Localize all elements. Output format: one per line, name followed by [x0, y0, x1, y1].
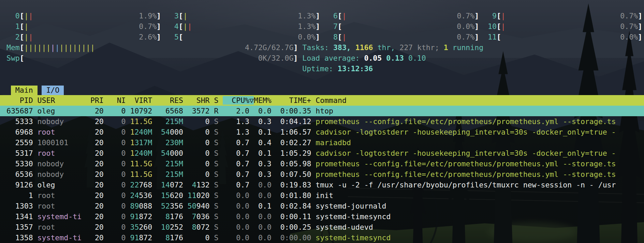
- cell-pid: 1357: [2, 223, 33, 231]
- header-cell-cpu[interactable]: CPU%▽: [223, 96, 254, 105]
- cell-pid: 5330: [2, 160, 33, 168]
- cell-pri: 20: [86, 128, 104, 136]
- cell-ni: 0: [108, 149, 126, 157]
- cell-res: 215M: [157, 170, 183, 179]
- cell-cpu: 0.7: [223, 149, 249, 157]
- tab-main[interactable]: Main: [11, 86, 38, 95]
- cell-res: 10252: [157, 223, 183, 231]
- cell-pri: 20: [86, 117, 104, 126]
- cell-s: S: [214, 170, 218, 179]
- cpu-meter-1: 1[| 0.7%]: [2, 22, 161, 31]
- cell-time: 0:00.00: [276, 233, 311, 242]
- cell-pri: 20: [86, 233, 104, 242]
- cell-s: S: [214, 191, 218, 200]
- cell-cpu: 2.0: [223, 107, 249, 115]
- process-row[interactable]: 2559 1000101 20 0 1317M 230M 0 S 0.7 0.4…: [0, 137, 644, 148]
- header-cell-shr[interactable]: SHR: [188, 96, 210, 105]
- tab-io[interactable]: I/O: [42, 86, 64, 95]
- cpu-meter-3: 3[| 1.3%]: [161, 12, 320, 20]
- header-cell-time[interactable]: TIME+: [276, 96, 311, 105]
- cell-pid: 1358: [2, 233, 33, 242]
- cell-ni: 0: [108, 191, 126, 200]
- cell-virt: 35260: [130, 223, 152, 231]
- cell-res: 6568: [157, 107, 183, 115]
- cell-pid: 1303: [2, 202, 33, 210]
- sort-arrow-icon: ▽: [249, 96, 254, 105]
- tab-bar: Main I/O: [0, 85, 644, 95]
- header-cell-virt[interactable]: VIRT: [130, 96, 152, 105]
- cell-s: S: [214, 128, 218, 136]
- process-row[interactable]: 5317 root 20 0 1240M 54000 0 S 0.7 0.1 1…: [0, 148, 644, 158]
- cell-mem: 0.1: [254, 149, 272, 157]
- cpu-meter-11: 11[ 0.0%]: [479, 33, 642, 41]
- cell-pid: 5333: [2, 117, 33, 126]
- cell-s: S: [214, 233, 218, 242]
- cell-time: 0:19.83: [276, 181, 311, 189]
- cell-mem: 0.3: [254, 117, 272, 126]
- header-cell-res[interactable]: RES: [157, 96, 183, 105]
- cell-time: 1:06.57: [276, 128, 311, 136]
- cell-shr: 0: [188, 138, 210, 147]
- cell-res: 230M: [157, 138, 183, 147]
- header-cell-user[interactable]: USER: [38, 96, 82, 105]
- cell-virt: 11.5G: [130, 160, 152, 168]
- cell-cpu: 0.0: [223, 223, 249, 231]
- cell-command: prometheus --config.file=/etc/prometheus…: [316, 160, 616, 168]
- cell-pri: 20: [86, 223, 104, 231]
- cell-shr: 0: [188, 128, 210, 136]
- process-row[interactable]: 5333 nobody 20 0 11.5G 215M 0 S 1.3 0.3 …: [0, 116, 644, 127]
- process-row[interactable]: 6968 root 20 0 1240M 54000 0 S 1.3 0.1 1…: [0, 127, 644, 137]
- cell-user: oleg: [38, 107, 82, 115]
- cell-cpu: 1.3: [223, 128, 249, 136]
- cell-s: S: [214, 181, 219, 189]
- header-cell-pid[interactable]: PID: [2, 96, 33, 105]
- cell-user: root: [38, 128, 82, 136]
- cell-virt: 10792: [130, 107, 152, 115]
- cell-shr: 0: [188, 233, 210, 242]
- process-row[interactable]: 1357 root 20 0 35260 10252 8072 S 0.0 0.…: [0, 222, 644, 232]
- table-header[interactable]: PID USER PRI NI VIRT RES SHR S CPU%▽MEM%…: [0, 95, 644, 106]
- cell-command: htop: [316, 107, 333, 115]
- process-row[interactable]: 1341 systemd-ti 20 0 91872 8176 7036 S 0…: [0, 211, 644, 222]
- cell-time: 0:04.12: [276, 117, 311, 126]
- cell-shr: 7036: [188, 212, 210, 221]
- header-cell-pri[interactable]: PRI: [86, 96, 104, 105]
- header-cell-command[interactable]: Command: [316, 96, 347, 105]
- cell-user: systemd-ti: [38, 212, 82, 221]
- cell-command: tmux -u -2 -f /usr/share/byobu/profiles/…: [316, 181, 616, 189]
- cell-mem: 0.3: [254, 170, 272, 179]
- cpu-meter-9: 9[| 0.7%]: [479, 12, 642, 20]
- process-row[interactable]: 5330 nobody 20 0 11.5G 215M 0 S 0.7 0.3 …: [0, 158, 644, 169]
- cell-user: nobody: [38, 117, 82, 126]
- process-row[interactable]: 9126 oleg 20 0 22768 14072 4132 S 0.7 0.…: [0, 180, 644, 190]
- cell-pid: 635687: [2, 107, 33, 115]
- cell-pid: 5317: [2, 149, 33, 157]
- cell-time: 0:00.25: [276, 223, 311, 231]
- process-row[interactable]: 6536 nobody 20 0 11.5G 215M 0 S 0.7 0.3 …: [0, 169, 644, 180]
- cell-res: 14072: [157, 181, 183, 189]
- cell-command: prometheus --config.file=/etc/prometheus…: [316, 170, 616, 179]
- process-row[interactable]: 1 root 20 0 24536 15620 11020 S 0.0 0.0 …: [0, 190, 644, 201]
- process-row[interactable]: 1303 root 20 0 89088 52356 50940 S 0.0 0…: [0, 201, 644, 211]
- header-cell-mem[interactable]: MEM%: [254, 96, 272, 105]
- cell-mem: 0.1: [254, 202, 272, 210]
- cell-pri: 20: [86, 181, 104, 189]
- header-cell-ni[interactable]: NI: [108, 96, 126, 105]
- header-cell-s[interactable]: S: [214, 96, 218, 105]
- cpu-meter-0: 0[|| 1.9%]: [2, 12, 161, 20]
- cell-user: root: [38, 202, 82, 210]
- cell-shr: 0: [188, 170, 210, 179]
- cpu-meter-2: 2[|| 2.6%]: [2, 33, 161, 41]
- process-row[interactable]: 635687 oleg 20 0 10792 6568 3572 R 2.0 0…: [0, 106, 644, 116]
- cell-pid: 1: [2, 191, 33, 200]
- cell-pri: 20: [86, 149, 104, 157]
- cell-time: 0:05.98: [276, 160, 311, 168]
- cell-pid: 1341: [2, 212, 33, 221]
- cell-res: 52356: [157, 202, 183, 210]
- cell-mem: 0.0: [254, 212, 272, 221]
- cell-cpu: 0.0: [223, 191, 249, 200]
- cell-virt: 11.5G: [130, 117, 152, 126]
- cell-res: 215M: [157, 117, 183, 126]
- cell-pid: 6968: [2, 128, 33, 136]
- process-row[interactable]: 1358 systemd-ti 20 0 91872 8176 0 S 0.0 …: [0, 232, 644, 243]
